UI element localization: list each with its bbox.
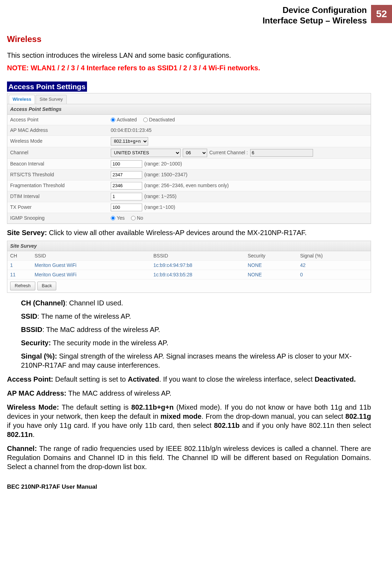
radio-igmp-no[interactable]: No bbox=[131, 215, 143, 221]
site-survey-intro: Site Servey: Click to view all other ava… bbox=[7, 228, 371, 237]
hint-dtim: (range: 1~255) bbox=[144, 193, 176, 199]
tab-wireless[interactable]: Wireless bbox=[9, 95, 35, 104]
table-row: 1 Meriton Guest WiFi 1c:b9:c4:94:97:b8 N… bbox=[7, 260, 371, 270]
radio-deactivated[interactable]: Deactivated bbox=[143, 116, 175, 123]
select-wireless-mode[interactable]: 802.11b+g+n bbox=[111, 137, 148, 146]
survey-table: CH SSID BSSID Security Signal (%) 1 Meri… bbox=[7, 251, 371, 280]
tab-bar: Wireless Site Survey bbox=[7, 93, 371, 104]
input-txpower[interactable] bbox=[111, 204, 142, 211]
hint-beacon: (range: 20~1000) bbox=[144, 161, 182, 167]
intro-text: This section introduces the wireless LAN… bbox=[7, 51, 371, 60]
label-ap-mac: AP MAC Address bbox=[7, 125, 109, 135]
para-access-point: Access Point: Default setting is set to … bbox=[7, 375, 371, 384]
input-dtim[interactable] bbox=[111, 193, 142, 200]
back-button[interactable]: Back bbox=[37, 282, 57, 290]
aps-section-header: Access Point Settings bbox=[7, 104, 371, 114]
hint-rts: (range: 1500~2347) bbox=[144, 171, 187, 178]
input-frag[interactable] bbox=[111, 182, 142, 190]
hint-txpower: (range:1~100) bbox=[144, 204, 175, 210]
survey-header: Site Survey bbox=[7, 241, 371, 251]
label-wireless-mode: Wireless Mode bbox=[7, 136, 109, 146]
label-current-channel: Current Channel : bbox=[209, 149, 248, 156]
page-header: Device Configuration Interface Setup – W… bbox=[7, 5, 371, 26]
label-beacon: Beacon Interval bbox=[7, 159, 109, 169]
radio-activated[interactable]: Activated bbox=[111, 116, 137, 123]
note-text: NOTE: WLAN1 / 2 / 3 / 4 Interface refers… bbox=[7, 63, 371, 72]
label-access-point: Access Point bbox=[7, 115, 109, 125]
input-beacon[interactable] bbox=[111, 160, 142, 168]
settings-rows: Access Point Activated Deactivated AP MA… bbox=[7, 115, 371, 224]
label-frag: Fragmentation Threshold bbox=[7, 181, 109, 190]
select-channel[interactable]: 06 bbox=[183, 149, 207, 157]
section-title: Wireless bbox=[7, 34, 371, 44]
label-channel: Channel bbox=[7, 148, 109, 157]
value-ap-mac: 00:04:ED:01:23:45 bbox=[111, 127, 152, 133]
select-country[interactable]: UNITED STATES bbox=[111, 149, 181, 157]
site-survey-panel: Site Survey CH SSID BSSID Security Signa… bbox=[7, 241, 371, 293]
header-line1: Device Configuration bbox=[262, 5, 367, 15]
table-row: 11 Meriton Guest WiFi 1c:b9:c4:93:b5:28 … bbox=[7, 270, 371, 280]
aps-heading: Access Point Settings bbox=[7, 82, 87, 92]
input-rts[interactable] bbox=[111, 171, 142, 179]
para-ap-mac: AP MAC Address: The MAC address of wirel… bbox=[7, 389, 371, 398]
header-line2: Interface Setup – Wireless bbox=[262, 15, 367, 26]
footer-text: BEC 210NP-R17AF User Manual bbox=[7, 483, 371, 491]
hint-frag: (range: 256~2346, even numbers only) bbox=[144, 182, 229, 189]
label-rts: RTS/CTS Threshold bbox=[7, 170, 109, 179]
definitions-block: CH (Channel): Channel ID used. SSID: The… bbox=[21, 298, 371, 370]
access-point-settings-panel: Wireless Site Survey Access Point Settin… bbox=[7, 93, 371, 224]
refresh-button[interactable]: Refresh bbox=[10, 282, 35, 290]
para-wireless-mode: Wireless Mode: The default setting is 80… bbox=[7, 403, 371, 439]
label-igmp: IGMP Snooping bbox=[7, 213, 109, 223]
radio-igmp-yes[interactable]: Yes bbox=[111, 215, 125, 221]
label-txpower: TX Power bbox=[7, 202, 109, 212]
survey-header-row: CH SSID BSSID Security Signal (%) bbox=[7, 251, 371, 261]
label-dtim: DTIM Interval bbox=[7, 191, 109, 201]
input-current-channel bbox=[250, 149, 313, 157]
para-channel: Channel: The range of radio frequencies … bbox=[7, 444, 371, 471]
tab-site-survey[interactable]: Site Survey bbox=[36, 95, 66, 104]
page-number-badge: 52 bbox=[371, 5, 392, 23]
